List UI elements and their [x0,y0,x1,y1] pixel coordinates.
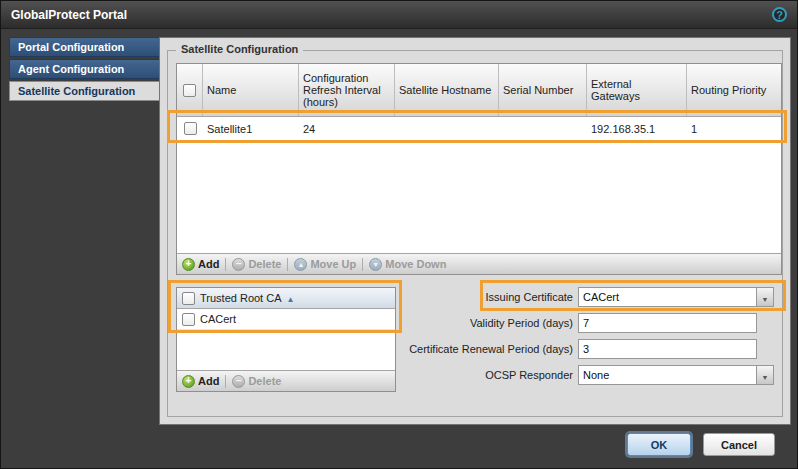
trusted-root-ca-table: Trusted Root CA CACert Add [176,287,396,392]
satellite-configuration-group: Name Configuration Refresh Interval (hou… [167,50,783,417]
cell-external-gateways: 192.168.35.1 [587,117,687,140]
certificate-form: Issuing Certificate Validity Period (day… [394,287,774,391]
help-icon[interactable] [772,7,787,22]
sort-ascending-icon [287,292,295,304]
delete-button[interactable]: Delete [232,258,281,271]
sidebar-item-satellite-configuration[interactable]: Satellite Configuration [9,81,159,101]
ca-empty-area [177,330,395,370]
main-panel: Satellite Configuration Name Configurati… [159,37,791,425]
ca-add-button[interactable]: Add [182,375,219,388]
ca-select-all-checkbox[interactable] [182,292,195,305]
column-header-serial-number[interactable]: Serial Number [499,64,587,116]
sidebar: Portal Configuration Agent Configuration… [9,37,159,425]
ca-delete-label: Delete [248,375,281,387]
issuing-certificate-label: Issuing Certificate [486,291,573,303]
move-down-icon [369,258,382,271]
ca-delete-button[interactable]: Delete [232,375,281,388]
certificate-renewal-period-input[interactable] [578,339,757,359]
row-checkbox[interactable] [184,122,197,135]
column-header-external-gateways[interactable]: External Gateways [587,64,687,116]
delete-icon [232,375,245,388]
satellite-table-header: Name Configuration Refresh Interval (hou… [177,64,781,117]
select-all-checkbox-cell [177,64,203,116]
validity-period-label: Validity Period (days) [470,317,573,329]
add-icon [182,375,195,388]
certificate-renewal-period-field [578,339,774,359]
move-down-label: Move Down [385,258,446,270]
cell-routing-priority: 1 [687,117,781,140]
select-all-checkbox[interactable] [183,84,196,97]
sidebar-item-agent-configuration[interactable]: Agent Configuration [9,59,159,79]
cell-refresh-interval: 24 [299,117,395,140]
cell-serial-number [499,117,587,140]
ca-row-checkbox[interactable] [182,313,195,326]
add-button[interactable]: Add [182,258,219,271]
satellite-table-toolbar: Add Delete Move Up [177,253,781,274]
row-checkbox-cell [177,117,203,140]
ocsp-responder-combo [578,365,774,385]
certificate-renewal-period-row: Certificate Renewal Period (days) [394,339,774,359]
ocsp-responder-dropdown-button[interactable] [756,366,773,384]
column-header-name[interactable]: Name [203,64,299,116]
move-up-icon [294,258,307,271]
ocsp-responder-label: OCSP Responder [485,369,573,381]
validity-period-row: Validity Period (days) [394,313,774,333]
ca-row-cacert[interactable]: CACert [177,309,395,330]
delete-label: Delete [248,258,281,270]
issuing-certificate-input[interactable] [579,288,756,306]
dialog-body: Portal Configuration Agent Configuration… [9,37,791,425]
ca-add-label: Add [198,375,219,387]
add-icon [182,258,195,271]
move-up-button[interactable]: Move Up [294,258,356,271]
table-empty-area [177,141,781,253]
certificate-renewal-period-label: Certificate Renewal Period (days) [409,343,573,355]
globalprotect-portal-window: GlobalProtect Portal Portal Configuratio… [0,0,798,469]
move-up-label: Move Up [310,258,356,270]
toolbar-separator [362,258,363,271]
toolbar-separator [287,258,288,271]
validity-period-field [578,313,774,333]
issuing-certificate-row: Issuing Certificate [394,287,774,307]
ocsp-responder-row: OCSP Responder [394,365,774,385]
move-down-button[interactable]: Move Down [369,258,446,271]
column-header-routing-priority[interactable]: Routing Priority [687,64,781,116]
ca-toolbar: Add Delete [177,370,395,391]
sidebar-item-portal-configuration[interactable]: Portal Configuration [9,37,159,57]
trusted-root-ca-column-header[interactable]: Trusted Root CA [177,288,395,309]
ok-button[interactable]: OK [627,433,691,456]
issuing-certificate-dropdown-button[interactable] [756,288,773,306]
chevron-down-icon [762,288,769,306]
column-header-refresh-interval[interactable]: Configuration Refresh Interval (hours) [299,64,395,116]
toolbar-separator [225,258,226,271]
delete-icon [232,258,245,271]
chevron-down-icon [762,366,769,384]
satellite-table: Name Configuration Refresh Interval (hou… [176,63,782,275]
column-header-satellite-hostname[interactable]: Satellite Hostname [395,64,499,116]
add-label: Add [198,258,219,270]
footer: OK Cancel [627,433,775,456]
ca-cell-name: CACert [200,313,236,325]
table-row-satellite1[interactable]: Satellite1 24 192.168.35.1 1 [177,117,781,141]
issuing-certificate-combo [578,287,774,307]
titlebar: GlobalProtect Portal [1,1,797,29]
window-title: GlobalProtect Portal [11,8,127,22]
cancel-button[interactable]: Cancel [703,433,775,456]
ocsp-responder-input[interactable] [579,366,756,384]
validity-period-input[interactable] [578,313,757,333]
cell-name: Satellite1 [203,117,299,140]
cell-satellite-hostname [395,117,499,140]
group-title: Satellite Configuration [176,43,303,55]
toolbar-separator [225,375,226,388]
ca-column-label: Trusted Root CA [200,292,282,304]
